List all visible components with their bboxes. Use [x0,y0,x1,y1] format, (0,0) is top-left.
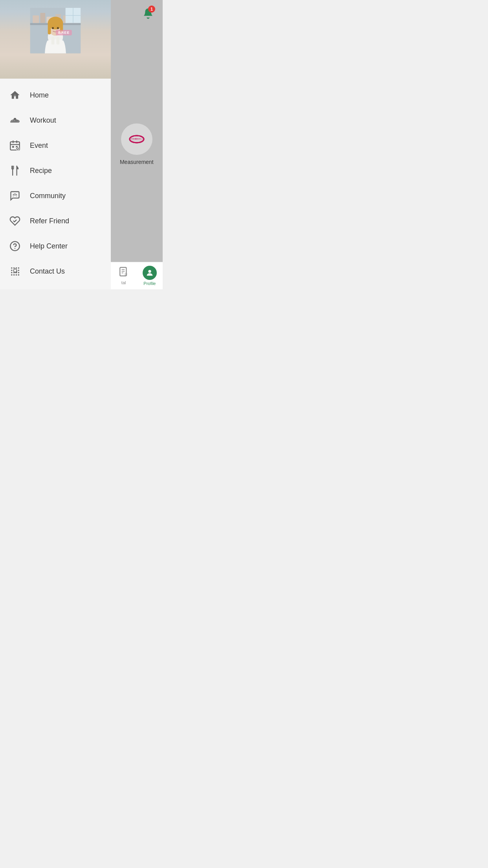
tape-measure-icon [128,131,145,148]
svg-point-47 [11,274,13,276]
svg-point-50 [18,274,20,276]
sidebar-item-workout[interactable]: Workout [0,108,111,133]
svg-point-41 [11,270,13,271]
sidebar-item-recipe[interactable]: Recipe [0,158,111,183]
nav-list: Home Workout [0,79,111,289]
refer-friend-icon [8,214,22,228]
contact-us-label: Contact Us [30,267,65,276]
sidebar-item-contact-us[interactable]: Contact Us [0,259,111,284]
notification-bell-button[interactable]: 1 [139,5,157,22]
svg-point-46 [18,272,20,274]
profile-photo: BREE [0,0,111,79]
contact-us-icon [8,264,22,278]
svg-rect-27 [12,146,14,148]
svg-point-39 [16,267,17,269]
profile-tab-label: Profile [143,281,156,286]
journal-tab-label: tal [121,280,126,285]
svg-point-42 [18,270,20,271]
event-icon [8,138,22,153]
sidebar: BREE Home [0,0,111,289]
measurement-label: Measurement [120,159,154,165]
svg-point-40 [18,267,20,269]
workout-label: Workout [30,116,56,125]
home-icon [8,88,22,102]
bottom-tab-bar: tal Profile [111,262,163,289]
svg-point-43 [11,272,13,274]
svg-rect-2 [33,15,39,23]
help-center-icon [8,239,22,253]
community-label: Community [30,192,66,200]
home-label: Home [30,91,49,99]
svg-point-48 [13,274,15,276]
workout-icon [8,113,22,127]
sidebar-item-help-center[interactable]: Help Center [0,234,111,259]
tab-profile[interactable]: Profile [137,262,163,289]
refer-friend-label: Refer Friend [30,217,69,225]
sidebar-item-logout[interactable]: Logout [0,284,111,289]
svg-rect-19 [56,37,59,44]
svg-point-37 [11,267,13,269]
event-label: Event [30,142,48,150]
svg-point-16 [52,27,54,29]
app-container: BREE Home [0,0,163,289]
person-illustration [17,8,94,79]
recipe-label: Recipe [30,167,52,175]
svg-rect-22 [14,120,15,121]
journal-icon [119,267,129,279]
svg-rect-57 [130,138,143,140]
svg-point-69 [148,270,151,273]
sidebar-item-community[interactable]: Community [0,183,111,208]
photo-text-overlay: BREE [56,30,72,35]
tab-journal[interactable]: tal [111,262,137,289]
profile-tab-icon [143,266,157,280]
sidebar-item-refer-friend[interactable]: Refer Friend [0,208,111,234]
community-icon [8,189,22,203]
measurement-icon-circle [121,123,152,155]
right-panel: 1 [111,0,163,289]
notification-badge: 1 [148,6,155,13]
sidebar-item-event[interactable]: Event [0,133,111,158]
svg-point-17 [57,27,59,29]
svg-rect-68 [125,273,127,276]
svg-point-49 [16,274,17,276]
measurement-card[interactable]: Measurement [120,123,154,165]
notification-area: 1 [111,0,163,27]
measurement-card-area: Measurement [111,27,163,262]
svg-rect-18 [51,37,54,44]
recipe-icon [8,164,22,178]
help-center-label: Help Center [30,242,68,250]
svg-point-38 [13,267,15,269]
svg-point-20 [14,94,16,97]
svg-rect-21 [12,120,13,121]
svg-rect-14 [48,22,51,34]
svg-point-51 [14,269,17,272]
sidebar-item-home[interactable]: Home [0,83,111,108]
svg-rect-3 [40,13,45,23]
profile-image-container: BREE [0,0,111,79]
